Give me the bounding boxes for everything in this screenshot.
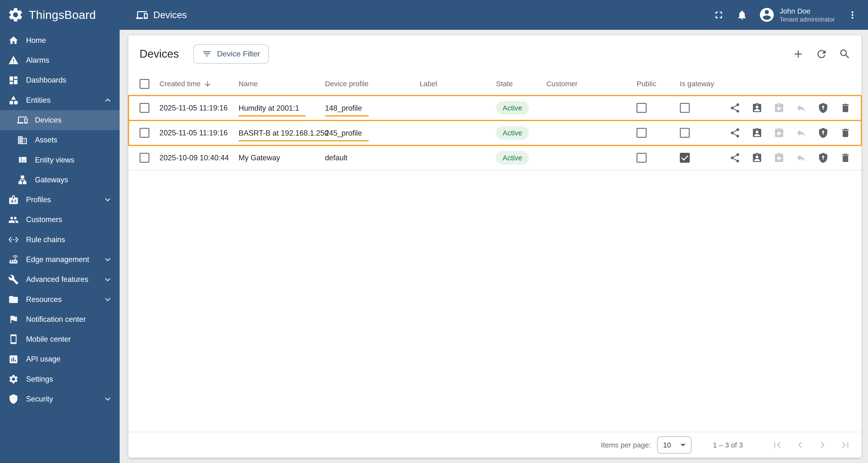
make-public-button[interactable]	[729, 101, 741, 115]
sidebar-item-rule-chains[interactable]: Rule chains	[0, 230, 120, 250]
state-active-badge: Active	[496, 151, 529, 165]
sidebar-item-assets[interactable]: Assets	[0, 130, 120, 150]
sidebar-item-advanced-features[interactable]: Advanced features	[0, 270, 120, 289]
column-device-profile[interactable]: Device profile	[323, 80, 417, 88]
sidebar-item-entity-views[interactable]: Entity views	[0, 150, 120, 170]
customers-icon	[8, 215, 19, 225]
sidebar-item-label: Home	[26, 36, 46, 45]
sidebar-item-mobile-center[interactable]: Mobile center	[0, 329, 120, 349]
sidebar-item-gateways[interactable]: Gateways	[0, 170, 120, 190]
sidebar-item-devices[interactable]: Devices	[0, 110, 120, 130]
manage-credentials-button[interactable]	[817, 126, 829, 140]
column-created-time[interactable]: Created time	[157, 80, 237, 88]
first-page-button	[771, 438, 784, 452]
delete-button[interactable]	[839, 101, 851, 115]
items-per-page-label: Items per page:	[601, 441, 651, 449]
row-actions	[727, 126, 861, 140]
chevron-down-icon	[102, 294, 113, 305]
entities-icon	[8, 95, 19, 105]
manage-credentials-button[interactable]	[817, 151, 829, 164]
assign-to-customer-button[interactable]	[751, 126, 763, 140]
sidebar-item-label: Entity views	[35, 156, 74, 164]
delete-button[interactable]	[839, 151, 851, 164]
chevron-down-icon	[102, 254, 113, 265]
chevron-down-icon	[102, 194, 113, 205]
make-private-button	[795, 151, 807, 164]
device-profile-cell: 245_profile	[323, 129, 417, 137]
notifications-bell-icon[interactable]	[735, 8, 749, 22]
row-checkbox[interactable]	[140, 103, 149, 113]
user-avatar-icon[interactable]	[758, 6, 775, 23]
is-gateway-checkbox[interactable]	[680, 103, 690, 113]
sidebar-item-api-usage[interactable]: API usage	[0, 349, 120, 369]
make-public-button[interactable]	[729, 151, 741, 164]
devices-icon	[17, 115, 28, 125]
sidebar-item-label: Customers	[26, 215, 62, 224]
is-gateway-checkbox[interactable]	[680, 153, 690, 163]
make-private-button	[795, 126, 807, 140]
edge-icon	[8, 254, 19, 265]
sidebar-item-entities[interactable]: Entities	[0, 90, 120, 110]
table-empty-area	[128, 171, 861, 432]
page-size-select[interactable]: 10	[657, 436, 691, 454]
column-public[interactable]: Public	[631, 80, 673, 88]
unassign-from-customer-button	[773, 101, 785, 115]
sidebar-item-dashboards[interactable]: Dashboards	[0, 70, 120, 90]
column-customer[interactable]: Customer	[544, 80, 631, 88]
sidebar-item-profiles[interactable]: Profiles	[0, 190, 120, 210]
sidebar-item-label: Advanced features	[26, 275, 88, 284]
make-public-button[interactable]	[729, 126, 741, 140]
pagination-range: 1 – 3 of 3	[713, 441, 743, 449]
column-name[interactable]: Name	[237, 80, 323, 88]
column-state[interactable]: State	[493, 80, 544, 88]
column-label[interactable]: Label	[417, 80, 493, 88]
is-gateway-checkbox[interactable]	[680, 128, 690, 138]
assign-to-customer-button[interactable]	[751, 101, 763, 115]
sidebar-item-settings[interactable]: Settings	[0, 369, 120, 389]
delete-button[interactable]	[839, 126, 851, 140]
table-toolbar	[792, 47, 851, 61]
manage-credentials-button[interactable]	[817, 101, 829, 115]
sidebar-item-label: Profiles	[26, 195, 51, 204]
sidebar-item-label: Alarms	[26, 56, 49, 65]
row-checkbox[interactable]	[140, 153, 149, 163]
sidebar-item-home[interactable]: Home	[0, 31, 120, 50]
sidebar-item-alarms[interactable]: Alarms	[0, 50, 120, 70]
public-checkbox[interactable]	[637, 153, 646, 163]
device-name-cell: My Gateway	[237, 154, 323, 162]
sidebar-item-edge-management[interactable]: Edge management	[0, 250, 120, 270]
app-logo[interactable]: ThingsBoard	[0, 6, 120, 23]
public-checkbox[interactable]	[637, 103, 646, 113]
resources-icon	[8, 294, 19, 305]
sidebar-nav: HomeAlarmsDashboardsEntitiesDevicesAsset…	[0, 30, 120, 463]
filter-list-icon	[202, 49, 212, 59]
device-filter-label: Device Filter	[217, 50, 260, 58]
sidebar-item-security[interactable]: Security	[0, 389, 120, 409]
sidebar-item-notification-center[interactable]: Notification center	[0, 309, 120, 329]
page-size-value: 10	[663, 441, 671, 449]
previous-page-button	[793, 438, 806, 452]
add-device-button[interactable]	[792, 47, 805, 61]
fullscreen-icon[interactable]	[712, 8, 725, 22]
assign-to-customer-button[interactable]	[751, 151, 763, 164]
refresh-button[interactable]	[815, 47, 828, 61]
search-button[interactable]	[838, 47, 851, 61]
state-active-badge: Active	[496, 101, 529, 115]
device-profile-cell: default	[323, 154, 417, 162]
mobile-icon	[8, 334, 19, 344]
user-menu[interactable]: John Doe Tenant administrator	[780, 6, 835, 23]
sidebar-item-customers[interactable]: Customers	[0, 210, 120, 229]
home-icon	[8, 35, 19, 45]
sidebar-item-label: Assets	[35, 135, 57, 144]
device-row-1[interactable]: 2025-11-05 11:19:16Humdity at 2001:1148_…	[128, 96, 861, 121]
device-filter-button[interactable]: Device Filter	[193, 44, 269, 64]
column-is-gateway[interactable]: Is gateway	[673, 80, 727, 88]
select-all-checkbox[interactable]	[140, 79, 149, 89]
public-checkbox[interactable]	[637, 128, 646, 138]
sidebar-item-resources[interactable]: Resources	[0, 289, 120, 309]
more-vert-icon[interactable]	[846, 8, 859, 22]
row-checkbox[interactable]	[140, 128, 149, 138]
table-body: 2025-11-05 11:19:16Humdity at 2001:1148_…	[128, 96, 861, 171]
device-row-2[interactable]: 2025-11-05 11:19:16BASRT-B at 192.168.1.…	[128, 121, 861, 146]
device-row-3[interactable]: 2025-10-09 10:40:44My GatewaydefaultActi…	[128, 146, 861, 171]
